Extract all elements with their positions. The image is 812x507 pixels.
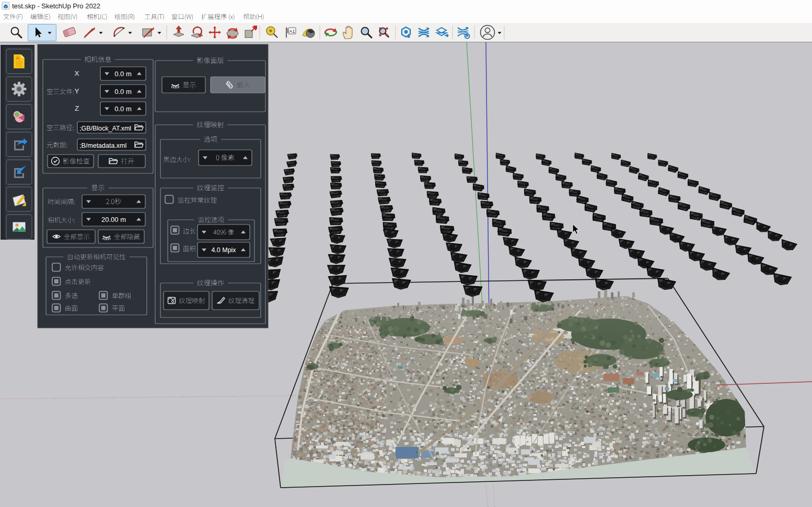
svg-text:;B/metadata.xml: ;B/metadata.xml [79,142,126,149]
svg-text:0.0 m: 0.0 m [114,70,132,78]
svg-text:4.0 Mpix: 4.0 Mpix [211,246,236,254]
svg-text:20.00 m: 20.00 m [101,216,126,223]
svg-text:;GB/Block_AT.xml: ;GB/Block_AT.xml [79,125,131,132]
svg-text:0.0 m: 0.0 m [114,105,132,113]
svg-text:Y: Y [74,87,79,95]
svg-text:0.0 m: 0.0 m [114,88,132,96]
svg-text:test.skp - SketchUp Pro 2022: test.skp - SketchUp Pro 2022 [12,2,100,10]
svg-text:Z: Z [75,104,79,112]
svg-text:X: X [74,69,79,77]
svg-text:A1: A1 [289,29,295,34]
